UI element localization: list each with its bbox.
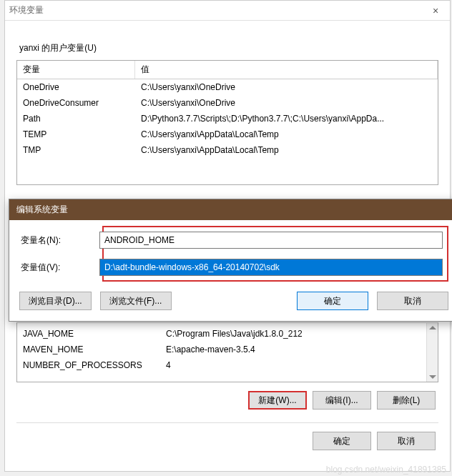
var-name-label: 变量名(N):: [21, 234, 99, 247]
input-group-highlight: 变量名(N): 变量值(V):: [102, 226, 448, 282]
var-name-input[interactable]: [99, 232, 443, 249]
main-titlebar: 环境变量 ×: [5, 1, 450, 21]
close-icon[interactable]: ×: [426, 5, 446, 16]
scrollbar[interactable]: [426, 323, 438, 382]
system-vars-buttons: 新建(W)... 编辑(I)... 删除(L): [16, 382, 438, 418]
user-vars-table[interactable]: 变量 值 OneDrive C:\Users\yanxi\OneDrive On…: [16, 60, 438, 185]
table-row[interactable]: MAVEN_HOME E:\apache-maven-3.5.4: [17, 342, 438, 357]
delete-system-var-button[interactable]: 删除(L): [377, 391, 436, 410]
browse-directory-button[interactable]: 浏览目录(D)...: [19, 292, 92, 310]
main-title: 环境变量: [9, 4, 426, 16]
user-vars-label: yanxi 的用户变量(U): [19, 42, 438, 54]
table-row[interactable]: NUMBER_OF_PROCESSORS 4: [17, 357, 438, 373]
edit-ok-button[interactable]: 确定: [297, 292, 368, 310]
edit-dialog-body: 变量名(N): 变量值(V):: [9, 220, 452, 292]
dialog-buttons: 确定 取消: [16, 423, 438, 459]
cancel-button[interactable]: 取消: [377, 432, 436, 450]
browse-file-button[interactable]: 浏览文件(F)...: [100, 292, 172, 310]
table-header: 变量 值: [17, 61, 438, 79]
table-row[interactable]: Path D:\Python3.7.7\Scripts\;D:\Python3.…: [17, 111, 438, 127]
edit-dialog-title: 编辑系统变量: [9, 199, 452, 220]
edit-cancel-button[interactable]: 取消: [377, 292, 448, 310]
var-value-input[interactable]: [99, 259, 443, 276]
table-row[interactable]: TMP C:\Users\yanxi\AppData\Local\Temp: [17, 142, 438, 158]
edit-system-var-button[interactable]: 编辑(I)...: [313, 391, 371, 410]
edit-dialog-buttons: 浏览目录(D)... 浏览文件(F)... 确定 取消: [9, 292, 452, 317]
ok-button[interactable]: 确定: [313, 432, 371, 450]
table-row[interactable]: OneDrive C:\Users\yanxi\OneDrive: [17, 79, 438, 95]
col-header-variable[interactable]: 变量: [17, 61, 135, 79]
new-system-var-button[interactable]: 新建(W)...: [248, 391, 307, 410]
system-vars-table[interactable]: JAVA_HOME C:\Program Files\Java\jdk1.8.0…: [16, 322, 438, 382]
table-row[interactable]: JAVA_HOME C:\Program Files\Java\jdk1.8.0…: [17, 326, 438, 342]
table-row[interactable]: TEMP C:\Users\yanxi\AppData\Local\Temp: [17, 127, 438, 142]
col-header-value[interactable]: 值: [135, 61, 438, 79]
var-value-label: 变量值(V):: [21, 262, 99, 274]
edit-system-variable-dialog: 编辑系统变量 变量名(N): 变量值(V): 浏览目录(D)... 浏览文件(F…: [9, 199, 452, 322]
table-row[interactable]: OneDriveConsumer C:\Users\yanxi\OneDrive: [17, 95, 438, 111]
